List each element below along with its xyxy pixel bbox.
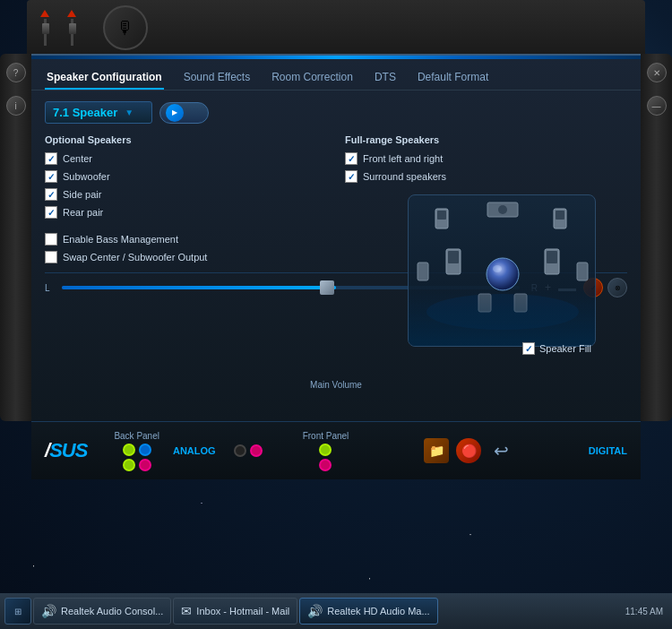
fullrange-speakers-title: Full-range Speakers — [345, 134, 627, 145]
tab-sound-effects[interactable]: Sound Effects — [182, 66, 253, 90]
jack-analog-pink[interactable] — [250, 444, 263, 457]
checkbox-front-lr-input[interactable] — [345, 152, 358, 165]
device-icon — [103, 5, 148, 50]
back-panel-label: Back Panel — [114, 431, 159, 441]
rail-button-right-2[interactable]: — — [647, 96, 667, 116]
arrow-up-icon-2 — [67, 10, 76, 17]
svg-rect-4 — [556, 211, 564, 220]
fader-track-2[interactable] — [71, 19, 73, 46]
speaker-diagram — [408, 194, 596, 347]
rail-button-right-1[interactable]: ✕ — [647, 63, 667, 82]
fader-track-1[interactable] — [44, 19, 47, 46]
jack-back-blue[interactable] — [139, 444, 151, 456]
svg-rect-12 — [577, 263, 588, 280]
label-surround: Surround speakers — [363, 171, 446, 182]
rail-button-left-2[interactable]: i — [6, 96, 26, 116]
label-speaker-fill: Speaker Fill — [539, 343, 591, 354]
checkbox-speaker-fill-input[interactable] — [522, 342, 535, 355]
icon-button-square[interactable]: 📁 — [424, 438, 449, 463]
volume-left-label: L — [45, 283, 50, 293]
speaker-dropdown-row: 7.1 Speaker ▼ — [45, 101, 627, 124]
side-rail-right: ✕ — — [641, 54, 672, 421]
jack-analog-black[interactable] — [234, 444, 246, 457]
start-button[interactable]: ⊞ — [4, 598, 31, 625]
checkbox-subwoofer: Subwoofer — [45, 170, 327, 183]
checkbox-swap-center-input[interactable] — [45, 251, 57, 263]
label-front-lr: Front left and right — [363, 153, 443, 164]
checkbox-subwoofer-input[interactable] — [45, 170, 57, 183]
checkbox-side-pair-input[interactable] — [45, 188, 57, 201]
svg-rect-5 — [487, 202, 518, 217]
optional-speakers-section: Optional Speakers Center Subwoofer Side … — [45, 134, 327, 224]
digital-label: DIGITAL — [589, 445, 627, 456]
jack-back-lime-2[interactable] — [123, 459, 135, 471]
tab-default-format[interactable]: Default Format — [416, 66, 490, 90]
label-swap-center: Swap Center / Subwoofer Output — [63, 252, 207, 263]
jack-front-pink[interactable] — [319, 459, 332, 471]
back-panel-jacks-bottom — [123, 459, 151, 471]
speaker-type-value: 7.1 Speaker — [53, 106, 117, 119]
svg-rect-11 — [418, 263, 428, 280]
mute-button-inactive[interactable]: ⊗ — [607, 278, 627, 297]
front-panel-jacks — [319, 444, 332, 456]
checkbox-bass-mgmt-input[interactable] — [45, 233, 57, 246]
label-side-pair: Side pair — [63, 189, 101, 200]
taskbar-btn-hotmail[interactable]: ✉ Inbox - Hotmail - Mail — [173, 598, 297, 625]
dropdown-arrow-icon: ▼ — [125, 108, 134, 117]
arrow-up-icon — [40, 10, 49, 17]
analog-jacks — [234, 444, 263, 457]
label-center: Center — [63, 153, 92, 164]
taskbar-icon-3: 🔊 — [307, 604, 323, 618]
checkbox-center-input[interactable] — [45, 152, 57, 165]
label-subwoofer: Subwoofer — [63, 171, 110, 182]
main-volume-label: Main Volume — [310, 380, 362, 390]
taskbar-btn-realtek-console[interactable]: 🔊 Realtek Audio Consol... — [33, 598, 171, 625]
floor-effect — [409, 292, 595, 346]
bottom-panel: /SUS Back Panel ANALOG Front Panel 📁 — [31, 421, 641, 479]
device-panel — [27, 0, 645, 56]
svg-point-6 — [498, 205, 507, 214]
rail-button-left-1[interactable]: ? — [6, 63, 26, 82]
fader-knob-1[interactable] — [42, 23, 49, 34]
back-panel-jacks-top — [123, 444, 151, 456]
tab-speaker-config[interactable]: Speaker Configuration — [45, 66, 164, 90]
mixer-strip-1 — [40, 10, 49, 46]
checkbox-rear-pair: Rear pair — [45, 206, 327, 219]
label-bass-mgmt: Enable Bass Management — [63, 234, 178, 245]
svg-rect-8 — [448, 251, 459, 263]
svg-rect-1 — [435, 209, 448, 228]
speaker-type-dropdown[interactable]: 7.1 Speaker ▼ — [45, 101, 152, 124]
svg-rect-2 — [437, 211, 446, 220]
side-rail-left: ? i — [0, 54, 31, 421]
fader-knob-2[interactable] — [69, 23, 76, 34]
tab-dts[interactable]: DTS — [373, 66, 398, 90]
icon-button-round[interactable]: 🔴 — [456, 438, 481, 463]
bottom-icons: 📁 🔴 ↩ — [424, 438, 513, 463]
checkbox-surround-input[interactable] — [345, 170, 358, 183]
taskbar-btn-realtek-hd[interactable]: 🔊 Realtek HD Audio Ma... — [299, 598, 437, 625]
speaker-fill-area: Speaker Fill — [522, 342, 591, 355]
jack-back-lime[interactable] — [123, 444, 135, 456]
toggle-indicator — [166, 104, 184, 122]
volume-fill — [62, 286, 337, 289]
front-panel-jacks-2 — [319, 459, 332, 471]
mixer-strip-2 — [67, 10, 76, 46]
svg-point-16 — [493, 265, 502, 272]
taskbar-btn-2-label: Inbox - Hotmail - Mail — [196, 606, 289, 616]
jack-front-lime[interactable] — [319, 444, 332, 456]
icon-arrow-button[interactable]: ↩ — [488, 438, 513, 463]
checkbox-surround: Surround speakers — [345, 170, 627, 183]
checkbox-rear-pair-input[interactable] — [45, 206, 57, 219]
toggle-button[interactable] — [159, 102, 209, 124]
volume-thumb[interactable] — [320, 280, 334, 295]
tab-room-correction[interactable]: Room Correction — [270, 66, 355, 90]
jack-back-pink[interactable] — [139, 459, 151, 471]
optional-speakers-title: Optional Speakers — [45, 134, 327, 145]
asus-logo: /SUS — [45, 439, 87, 462]
analog-label: ANALOG — [173, 445, 216, 456]
svg-rect-3 — [554, 209, 566, 228]
tray-time: 11:45 AM — [625, 607, 663, 616]
checkbox-side-pair: Side pair — [45, 188, 327, 201]
taskbar-tray: 11:45 AM — [621, 607, 668, 616]
start-icon: ⊞ — [14, 607, 22, 616]
